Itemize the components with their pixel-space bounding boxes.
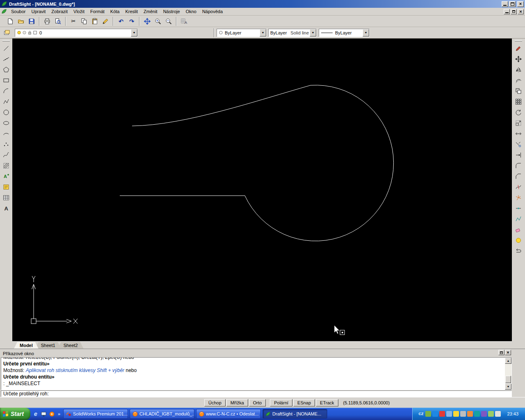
document-close-button[interactable]: ×	[518, 9, 524, 14]
annotation-button[interactable]: A	[1, 171, 11, 181]
taskbar-task-draftsight[interactable]: DraftSight - [NONAME...	[262, 409, 327, 419]
line-style-combobox[interactable]: ByLayer Solid line ▼	[268, 29, 317, 37]
tray-icon-power[interactable]	[488, 411, 494, 417]
join-button[interactable]	[514, 203, 523, 213]
cut-button[interactable]: ✂	[68, 16, 79, 26]
menu-soubor[interactable]: Soubor	[8, 8, 28, 15]
taskbar-task-solidworks[interactable]: SolidWorks Premium 201...	[63, 409, 128, 419]
paste-button[interactable]	[89, 16, 100, 26]
spline-button[interactable]	[1, 150, 11, 160]
extend-button[interactable]	[514, 150, 523, 160]
pattern-button[interactable]	[514, 97, 523, 107]
dropdown-arrow-icon[interactable]: ▼	[260, 29, 266, 37]
quick-launch-media-player[interactable]	[48, 410, 56, 418]
construction-line-button[interactable]	[1, 54, 11, 64]
reverse-button[interactable]	[514, 246, 523, 256]
polygon-button[interactable]	[1, 65, 11, 75]
menu-napoveda[interactable]: Nápověda	[199, 8, 226, 15]
mirror-button[interactable]	[514, 65, 523, 75]
tray-icon-display[interactable]	[446, 411, 452, 417]
zoom-window-button[interactable]	[153, 16, 163, 26]
menu-okno[interactable]: Okno	[183, 8, 199, 15]
hatch-button[interactable]	[1, 161, 11, 171]
etrack-toggle[interactable]: ETrack	[316, 399, 338, 406]
quick-launch-show-desktop[interactable]	[40, 410, 48, 418]
copy-button[interactable]	[79, 16, 89, 26]
taskbar-clock[interactable]: 23:43	[504, 411, 521, 417]
print-button[interactable]	[42, 16, 52, 26]
quick-launch-chevron[interactable]: »	[57, 411, 62, 416]
menu-format[interactable]: Formát	[87, 8, 107, 15]
start-button[interactable]: Start	[0, 408, 30, 420]
command-scrollbar[interactable]: ▲ ▼	[505, 358, 511, 390]
polyline-button[interactable]	[1, 97, 11, 107]
menu-upravit[interactable]: Upravit	[28, 8, 48, 15]
menu-kota[interactable]: Kóta	[107, 8, 123, 15]
taskbar-task-firefox-2[interactable]: www.C-N-C.cz • Odeslat...	[196, 409, 261, 419]
line-weight-combobox[interactable]: ByLayer ▼	[319, 29, 370, 37]
menu-vlozit[interactable]: Vložit	[71, 8, 87, 15]
command-window-close-button[interactable]: ×	[505, 350, 511, 355]
tray-icon-usb[interactable]	[460, 411, 466, 417]
menu-zobrazit[interactable]: Zobrazit	[48, 8, 71, 15]
point-button[interactable]	[1, 139, 11, 149]
elliptical-arc-button[interactable]	[1, 129, 11, 139]
tray-icon-audio[interactable]	[467, 411, 473, 417]
minimize-button[interactable]	[502, 1, 508, 7]
new-file-button[interactable]	[5, 16, 16, 26]
arc-button[interactable]	[1, 86, 11, 96]
tab-sheet1[interactable]: Sheet1	[35, 342, 61, 349]
snap-toggle[interactable]: Úchop	[204, 399, 226, 406]
maximize-button[interactable]	[509, 1, 516, 7]
menu-nastroje[interactable]: Nástroje	[160, 8, 183, 15]
move-button[interactable]	[514, 54, 523, 64]
tray-icon-volume[interactable]	[495, 411, 501, 417]
rotate-button[interactable]	[514, 107, 523, 117]
print-preview-button[interactable]	[52, 16, 63, 26]
drawing-canvas[interactable]	[12, 39, 512, 341]
offset-button[interactable]	[514, 75, 523, 85]
ellipse-button[interactable]	[1, 118, 11, 128]
toolbar-grip[interactable]	[2, 40, 10, 41]
chamfer-button[interactable]	[514, 171, 523, 181]
tray-icon-antivirus[interactable]	[425, 411, 431, 417]
undo-button[interactable]: ↶	[116, 16, 126, 26]
zoom-previous-button[interactable]	[163, 16, 174, 26]
table-button[interactable]	[1, 193, 11, 203]
dropdown-arrow-icon[interactable]: ▼	[363, 29, 369, 37]
dropdown-arrow-icon[interactable]: ▼	[131, 29, 137, 37]
command-window-float-button[interactable]	[498, 350, 504, 355]
tray-icon-scheduler[interactable]	[481, 411, 487, 417]
fillet-button[interactable]	[514, 161, 523, 171]
circle-button[interactable]	[1, 107, 11, 117]
line-color-combobox[interactable]: ByLayer ▼	[217, 29, 267, 37]
edit-annotation-button[interactable]	[514, 43, 523, 53]
edit-polyline-button[interactable]	[514, 214, 523, 224]
pan-button[interactable]	[142, 16, 153, 26]
dropdown-arrow-icon[interactable]: ▼	[310, 29, 316, 37]
menu-zmenit[interactable]: Změnit	[141, 8, 160, 15]
scroll-up-button[interactable]: ▲	[505, 358, 511, 364]
rectangle-button[interactable]	[1, 75, 11, 85]
polar-toggle[interactable]: Polární	[270, 399, 292, 406]
scale-button[interactable]	[514, 118, 523, 128]
tab-model[interactable]: Model	[14, 342, 39, 349]
save-button[interactable]	[26, 16, 37, 26]
command-history[interactable]: Možnosti: Řetězec(C), Poloměr(R), Ořezat…	[1, 357, 512, 390]
menu-kreslit[interactable]: Kreslit	[122, 8, 141, 15]
tray-language-indicator[interactable]: CZ	[418, 412, 424, 416]
split-button[interactable]	[514, 182, 523, 192]
taskbar-task-firefox-1[interactable]: CHLADIČ_IGBT_modulů_...	[130, 409, 194, 419]
document-restore-button[interactable]	[511, 9, 517, 14]
tray-icon-messenger[interactable]	[453, 411, 459, 417]
format-painter-button[interactable]	[100, 16, 111, 26]
open-file-button[interactable]	[16, 16, 26, 26]
grid-toggle[interactable]: Mřížka	[226, 399, 248, 406]
simple-note-button[interactable]: A	[1, 203, 11, 213]
redo-button[interactable]: ↷	[126, 16, 137, 26]
command-options-link[interactable]: Aplikovat roh stisknutím klávesy Shift +…	[26, 368, 124, 373]
document-minimize-button[interactable]	[504, 9, 510, 14]
tray-icon-updates[interactable]	[439, 411, 445, 417]
line-button[interactable]	[1, 43, 11, 53]
esnap-toggle[interactable]: ESnap	[293, 399, 315, 406]
